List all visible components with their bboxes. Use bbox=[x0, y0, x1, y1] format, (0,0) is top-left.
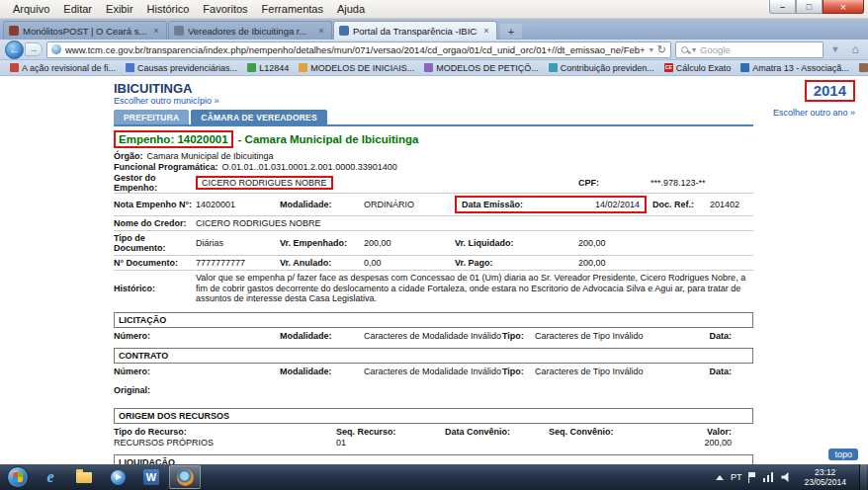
search-input[interactable]: Google bbox=[700, 44, 731, 55]
menu-favoritos[interactable]: Favoritos bbox=[196, 2, 254, 16]
orgao-row: Órgão:Camara Municipal de Ibicuitinga bbox=[114, 151, 753, 162]
vr-liquidado-value: 200,00 bbox=[578, 238, 652, 248]
bookmark-favicon bbox=[247, 63, 256, 72]
url-text[interactable]: www.tcm.ce.gov.br/transparencia/index.ph… bbox=[65, 44, 646, 55]
bookmark-item[interactable]: Como abrir uma igreja... bbox=[854, 63, 868, 73]
contrato-tipo-value: Caracteres de Tipo Inválido bbox=[535, 367, 680, 377]
nota-label: Nota Empenho N°: bbox=[114, 200, 196, 209]
taskbar-clock[interactable]: 23:12 23/05/2014 bbox=[798, 467, 852, 487]
browser-tab-1[interactable]: MonólitosPOST | O Ceará s... bbox=[3, 21, 167, 40]
minimize-button[interactable] bbox=[769, 0, 796, 14]
bookmark-favicon bbox=[299, 63, 307, 72]
menu-exibir[interactable]: Exibir bbox=[99, 2, 140, 16]
cpf-label: CPF: bbox=[578, 178, 599, 188]
contrato-modalidade-label: Modalidade: bbox=[280, 367, 364, 377]
downloads-icon[interactable] bbox=[827, 44, 843, 54]
choose-municipality-link[interactable]: Escolher outro município » bbox=[114, 96, 219, 106]
bookmark-item[interactable]: MODELOS DE INICIAIS... bbox=[294, 63, 419, 73]
tab-camara-de-vereadores[interactable]: CÂMARA DE VEREADORES bbox=[191, 110, 327, 124]
bookmark-item[interactable]: A ação revisional de fi... bbox=[5, 63, 121, 73]
menu-editar[interactable]: Editar bbox=[56, 2, 99, 16]
url-bar[interactable]: www.tcm.ce.gov.br/transparencia/index.ph… bbox=[46, 41, 671, 58]
network-icon[interactable] bbox=[763, 472, 774, 482]
bookmark-favicon bbox=[740, 63, 749, 72]
menu-historico[interactable]: Histórico bbox=[140, 2, 197, 16]
back-button[interactable] bbox=[5, 41, 24, 59]
gestor-value: CICERO RODRIGUES NOBRE bbox=[202, 178, 327, 188]
credor-label: Nome do Credor: bbox=[114, 218, 196, 228]
bookmark-item[interactable]: MODELOS DE PETIÇÕ... bbox=[419, 63, 544, 73]
taskbar-word-icon[interactable] bbox=[135, 465, 167, 489]
new-tab-button[interactable] bbox=[500, 24, 522, 39]
licitacao-tipo-label: Tipo: bbox=[502, 331, 535, 342]
doc-ref-value: 201402 bbox=[710, 200, 753, 209]
hidden-icons-chevron-icon[interactable] bbox=[716, 475, 724, 480]
empenho-title: Empenho: 14020001 - Camara Municipal de … bbox=[114, 130, 753, 148]
year-label: 2014 bbox=[814, 82, 846, 99]
menu-ferramentas[interactable]: Ferramentas bbox=[255, 2, 330, 16]
bookmark-label: Causas previdenciárias... bbox=[137, 63, 237, 73]
contrato-modalidade-value: Caracteres de Modalidade Inválido bbox=[364, 367, 502, 377]
language-indicator[interactable]: PT bbox=[731, 472, 742, 482]
bookmark-item[interactable]: Amatra 13 - Associaçã... bbox=[736, 63, 854, 73]
bookmark-item[interactable]: CECálculo Exato bbox=[659, 63, 737, 73]
taskbar-firefox-icon[interactable] bbox=[169, 465, 201, 489]
bookmark-item[interactable]: L12844 bbox=[242, 63, 294, 73]
taskbar-media-player-icon[interactable] bbox=[102, 465, 133, 489]
tab-close-icon[interactable] bbox=[151, 26, 161, 36]
entity-tabs: PREFEITURA CÂMARA DE VEREADORES bbox=[114, 110, 753, 126]
bookmark-label: MODELOS DE INICIAIS... bbox=[310, 63, 414, 73]
media-player-icon bbox=[111, 470, 126, 485]
folder-icon bbox=[76, 472, 92, 483]
forward-button[interactable] bbox=[25, 42, 43, 56]
origem-header-row: Tipo do Recurso: Seq. Recurso: Data Conv… bbox=[114, 427, 753, 438]
historico-label: Histórico: bbox=[114, 284, 196, 293]
licitacao-row: Número: Modalidade: Caracteres de Modali… bbox=[114, 331, 753, 342]
tipo-documento-value: Diárias bbox=[196, 238, 280, 248]
funcional-row: Funcional Programática:O.01.01..01.031.0… bbox=[114, 162, 753, 173]
data-emissao-value: 14/02/2014 bbox=[595, 200, 640, 209]
seq-recurso-label: Seq. Recurso: bbox=[336, 427, 445, 438]
browser-tab-2[interactable]: Vereadores de Ibicuitinga r... bbox=[168, 21, 332, 40]
data-emissao-label: Data Emissão: bbox=[462, 200, 523, 209]
show-desktop-button[interactable] bbox=[859, 464, 867, 490]
tab-prefeitura[interactable]: PREFEITURA bbox=[114, 110, 189, 124]
funcional-value: O.01.01..01.031.0001.2.001.0000.33901400 bbox=[222, 162, 397, 172]
taskbar-explorer-icon[interactable] bbox=[68, 465, 100, 489]
table-row-historico: Histórico: Valor que se empenha p/ fazer… bbox=[114, 270, 753, 306]
tab-close-icon[interactable] bbox=[481, 26, 491, 36]
licitacao-modalidade-value: Caracteres de Modalidade Inválido bbox=[364, 331, 502, 342]
choose-year-link[interactable]: Escolher outro ano » bbox=[773, 108, 855, 118]
bookmark-favicon bbox=[859, 63, 868, 72]
origem-value-row: RECURSOS PRÓPRIOS 01 200,00 bbox=[114, 438, 753, 449]
historico-value: Valor que se empenha p/ fazer face as de… bbox=[196, 273, 753, 304]
ie-icon bbox=[46, 468, 53, 486]
menu-arquivo[interactable]: Arquivo bbox=[6, 2, 56, 16]
browser-tab-3-active[interactable]: Portal da Transparência -IBICUI... bbox=[333, 21, 497, 40]
topo-link[interactable]: topo bbox=[828, 449, 858, 460]
url-dropdown-icon[interactable] bbox=[650, 45, 653, 54]
maximize-button[interactable] bbox=[796, 0, 823, 14]
taskbar-ie-icon[interactable] bbox=[35, 465, 66, 489]
table-row-nota: Nota Empenho N°: 14020001 Modalidade: OR… bbox=[114, 193, 753, 215]
reload-icon[interactable] bbox=[657, 43, 666, 56]
tab-close-icon[interactable] bbox=[316, 26, 326, 36]
annotation-box-year: 2014 bbox=[805, 80, 855, 102]
licitacao-data-label: Data: bbox=[680, 331, 753, 342]
search-engine-dropdown-icon[interactable] bbox=[692, 45, 696, 54]
menu-ajuda[interactable]: Ajuda bbox=[330, 2, 372, 16]
tab-title: MonólitosPOST | O Ceará s... bbox=[23, 26, 147, 37]
bookmark-favicon bbox=[549, 63, 558, 72]
home-icon[interactable] bbox=[847, 42, 863, 56]
start-button[interactable] bbox=[7, 466, 29, 488]
table-row-numero-documento: N° Documento: 7777777777 Vr. Anulado: 0,… bbox=[114, 255, 753, 270]
action-center-flag-icon[interactable] bbox=[748, 472, 756, 483]
close-button[interactable] bbox=[823, 0, 864, 14]
bookmark-label: A ação revisional de fi... bbox=[22, 63, 116, 73]
liquidacao-section-header: LIQUIDAÇÃO bbox=[114, 454, 753, 465]
bookmark-item[interactable]: Causas previdenciárias... bbox=[121, 63, 242, 73]
bookmark-item[interactable]: Contribuição previden... bbox=[544, 63, 659, 73]
search-box[interactable]: Google bbox=[675, 41, 824, 58]
vr-pago-label: Vr. Pago: bbox=[455, 258, 578, 268]
volume-icon[interactable] bbox=[781, 472, 791, 482]
